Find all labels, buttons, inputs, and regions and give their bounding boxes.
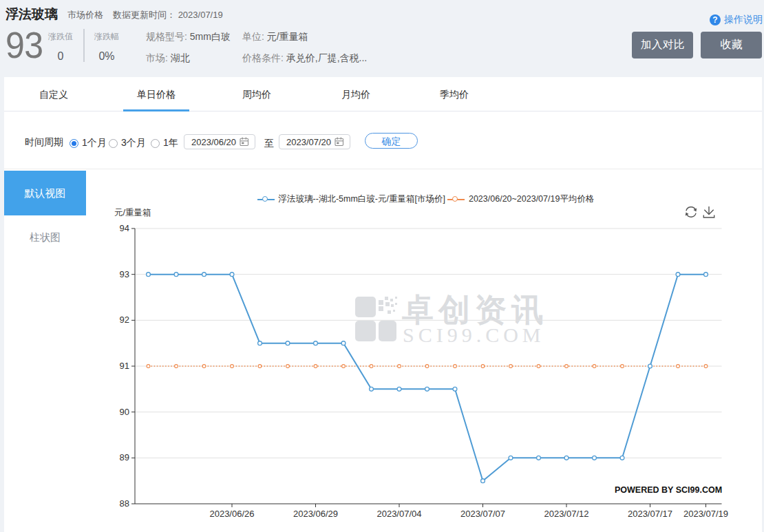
spec-market-block: 规格型号: 5mm白玻 市场: 湖北 [146, 31, 231, 65]
svg-text:2023/07/12: 2023/07/12 [544, 509, 588, 519]
tab-bar: 自定义 单日价格 周均价 月均价 季均价 [4, 77, 762, 111]
market-value: 湖北 [171, 52, 190, 63]
radio-1year[interactable]: 1年 [151, 137, 178, 149]
unit-value: 元/重量箱 [267, 31, 308, 42]
radio-3month-dot [109, 139, 118, 148]
period-label: 时间周期 [25, 136, 63, 149]
radio-1year-dot [151, 139, 160, 148]
svg-text:88: 88 [120, 498, 129, 509]
header-category: 市场价格 [67, 9, 103, 21]
spec-label: 规格型号: [146, 31, 187, 42]
chart-area: 浮法玻璃--湖北-5mm白玻-元/重量箱[市场价] 2023/06/20~202… [89, 169, 762, 532]
update-date: 2023/07/19 [178, 10, 223, 20]
radio-1month-dot [70, 139, 78, 148]
current-price: 93 [6, 29, 43, 62]
page: 浮法玻璃 市场价格 数据更新时间： 2023/07/19 ? 操作说明 93 涨… [0, 0, 764, 532]
svg-text:91: 91 [120, 361, 129, 371]
tab-quarterly-avg[interactable]: 季均价 [423, 77, 486, 111]
condition-label: 价格条件: [242, 52, 284, 63]
calendar-icon [335, 137, 344, 147]
condition-value: 承兑价,厂提,含税... [286, 52, 367, 63]
confirm-button[interactable]: 确定 [365, 133, 418, 149]
end-date-value: 2023/07/20 [286, 137, 331, 147]
start-date-input[interactable]: 2023/06/20 [184, 134, 255, 149]
sidebar-item-bar-chart[interactable]: 柱状图 [4, 227, 86, 248]
svg-text:2023/07/17: 2023/07/17 [628, 509, 672, 519]
svg-text:2023/06/26: 2023/06/26 [209, 509, 254, 519]
tab-monthly-avg[interactable]: 月均价 [324, 77, 388, 111]
change-value: 0 [47, 50, 74, 63]
svg-text:93: 93 [120, 269, 129, 279]
radio-3month[interactable]: 3个月 [109, 137, 146, 149]
tab-custom[interactable]: 自定义 [25, 77, 83, 111]
svg-text:89: 89 [120, 452, 129, 462]
header-update-time: 数据更新时间： 2023/07/19 [113, 9, 223, 21]
to-label: 至 [264, 138, 274, 150]
header: 浮法玻璃 市场价格 数据更新时间： 2023/07/19 ? 操作说明 93 涨… [0, 0, 764, 77]
header-actions: 加入对比 收藏 [632, 32, 762, 58]
unit-label: 单位: [242, 31, 264, 42]
tab-daily-price[interactable]: 单日价格 [123, 77, 189, 111]
calendar-icon [240, 137, 249, 147]
radio-1month-label: 1个月 [82, 137, 107, 149]
change-pct: 0% [93, 50, 120, 63]
content-card: 自定义 单日价格 周均价 月均价 季均价 时间周期 1个月 3个月 1年 202… [4, 77, 762, 532]
change-pct-label: 涨跌幅 [93, 31, 120, 43]
svg-text:2023/06/29: 2023/06/29 [293, 509, 338, 519]
radio-1year-label: 1年 [163, 137, 178, 149]
svg-text:2023/07/07: 2023/07/07 [460, 509, 505, 519]
svg-text:94: 94 [120, 223, 129, 233]
svg-text:2023/07/19: 2023/07/19 [683, 509, 728, 519]
add-compare-button[interactable]: 加入对比 [632, 32, 693, 58]
market-label: 市场: [146, 52, 168, 63]
question-icon: ? [710, 14, 721, 25]
favorite-button[interactable]: 收藏 [701, 32, 762, 58]
sidebar-item-default-view[interactable]: 默认视图 [4, 171, 86, 215]
start-date-value: 2023/06/20 [191, 137, 236, 147]
change-pct-block: 涨跌幅 0% [93, 31, 120, 63]
svg-text:2023/07/04: 2023/07/04 [376, 509, 421, 519]
powered-by: POWERED BY SCI99.COM [615, 485, 722, 495]
radio-1month[interactable]: 1个月 [70, 137, 107, 149]
tab-weekly-avg[interactable]: 周均价 [225, 77, 288, 111]
divider [83, 29, 85, 62]
svg-text:90: 90 [120, 407, 129, 417]
end-date-input[interactable]: 2023/07/20 [279, 134, 350, 149]
unit-condition-block: 单位: 元/重量箱 价格条件: 承兑价,厂提,含税... [242, 31, 367, 65]
radio-3month-label: 3个月 [121, 137, 146, 149]
help-label: 操作说明 [724, 14, 763, 26]
page-title: 浮法玻璃 [6, 6, 58, 23]
line-chart: 888990919293942023/06/262023/06/292023/0… [89, 169, 762, 532]
update-label: 数据更新时间： [113, 10, 176, 20]
spec-value: 5mm白玻 [190, 31, 231, 42]
change-value-label: 涨跌值 [47, 31, 74, 43]
filter-bar: 时间周期 1个月 3个月 1年 2023/06/20 至 2023/07/20 [4, 111, 762, 169]
svg-text:92: 92 [120, 315, 129, 325]
help-link[interactable]: ? 操作说明 [710, 14, 763, 26]
change-value-block: 涨跌值 0 [47, 31, 74, 63]
